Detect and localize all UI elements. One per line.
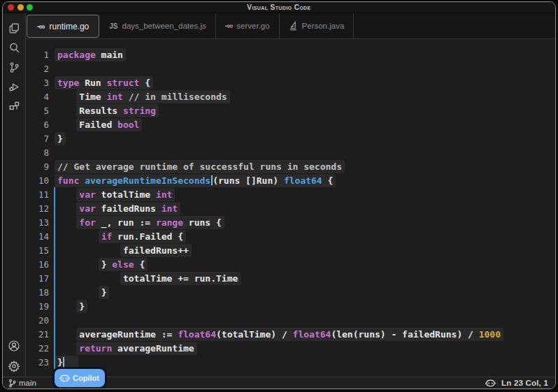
title-bar: Visual Studio Code bbox=[3, 2, 555, 13]
copilot-button-label: Copilot bbox=[73, 374, 99, 382]
line-content: } bbox=[54, 357, 78, 368]
code-line-2[interactable]: 2 bbox=[26, 61, 555, 75]
code-editor[interactable]: 1package main23type Run struct {4 Time i… bbox=[26, 39, 555, 377]
line-number: 18 bbox=[26, 287, 54, 298]
line-number: 7 bbox=[26, 133, 54, 144]
line-content: } bbox=[54, 133, 66, 144]
code-line-15[interactable]: 15 failedRuns++ bbox=[26, 243, 555, 257]
code-line-4[interactable]: 4 Time int // in milliseconds bbox=[26, 89, 555, 103]
line-content: Time int // in milliseconds bbox=[54, 92, 230, 102]
indent-guide bbox=[54, 187, 55, 369]
line-number: 20 bbox=[26, 315, 54, 326]
line-content: for _, run := range runs { bbox=[54, 217, 224, 228]
line-number: 1 bbox=[26, 50, 54, 60]
tab-bar: -∞ runtime.go JS days_between_dates.js -… bbox=[26, 13, 555, 39]
line-number: 4 bbox=[26, 92, 54, 102]
code-line-14[interactable]: 14 if run.Failed { bbox=[26, 229, 555, 243]
copilot-button[interactable]: Copilot bbox=[55, 369, 105, 387]
git-branch-icon bbox=[8, 379, 16, 388]
activity-bar-top bbox=[8, 13, 20, 112]
code-line-16[interactable]: 16 } else { bbox=[26, 257, 555, 271]
settings-gear-icon[interactable] bbox=[8, 360, 20, 372]
code-line-19[interactable]: 19 } bbox=[26, 299, 555, 313]
js-file-icon: JS bbox=[109, 22, 117, 30]
vscode-window: Visual Studio Code bbox=[2, 1, 556, 389]
source-control-icon[interactable] bbox=[8, 61, 20, 73]
run-debug-icon[interactable] bbox=[8, 80, 20, 93]
code-line-6[interactable]: 6 Failed bool bbox=[26, 117, 555, 131]
status-bar-left: main bbox=[8, 379, 36, 388]
code-line-10[interactable]: 10func averageRuntimeInSeconds(runs []Ru… bbox=[26, 173, 555, 187]
go-file-icon: -∞ bbox=[225, 21, 233, 31]
line-content: totalTime += run.Time bbox=[54, 273, 241, 284]
code-line-21[interactable]: 21 averageRuntime := float64(totalTime) … bbox=[26, 327, 555, 341]
code-line-12[interactable]: 12 var failedRuns int bbox=[26, 201, 555, 215]
tab-label: Person.java bbox=[302, 22, 345, 30]
line-number: 14 bbox=[26, 231, 54, 242]
branch-name: main bbox=[19, 379, 36, 387]
editor-column: -∞ runtime.go JS days_between_dates.js -… bbox=[26, 13, 555, 377]
code-line-18[interactable]: 18 } bbox=[26, 285, 555, 299]
tab-days-between-dates-js[interactable]: JS days_between_dates.js bbox=[100, 13, 215, 38]
window-title: Visual Studio Code bbox=[3, 3, 555, 11]
line-number: 3 bbox=[26, 78, 54, 88]
line-number: 23 bbox=[26, 357, 54, 368]
line-content: var totalTime int bbox=[54, 189, 175, 200]
line-number: 12 bbox=[26, 203, 54, 214]
tab-runtime-go[interactable]: -∞ runtime.go bbox=[27, 15, 99, 38]
java-file-icon bbox=[289, 21, 298, 31]
tab-label: days_between_dates.js bbox=[122, 22, 206, 30]
line-number: 15 bbox=[26, 245, 54, 256]
line-content: var failedRuns int bbox=[54, 203, 180, 214]
code-line-11[interactable]: 11 var totalTime int bbox=[26, 187, 555, 201]
line-content: // Get average runtime of successful run… bbox=[54, 161, 345, 172]
line-number: 8 bbox=[26, 147, 54, 158]
code-line-20[interactable]: 20 bbox=[26, 313, 555, 327]
line-number: 17 bbox=[26, 273, 54, 284]
code-area: 1package main23type Run struct {4 Time i… bbox=[26, 48, 555, 369]
tab-server-go[interactable]: -∞ server.go bbox=[216, 13, 280, 38]
code-line-9[interactable]: 9// Get average runtime of successful ru… bbox=[26, 159, 555, 173]
line-content: func averageRuntimeInSeconds(runs []Run)… bbox=[54, 175, 336, 186]
tab-person-java[interactable]: Person.java bbox=[280, 13, 355, 38]
line-content: Failed bool bbox=[54, 119, 142, 130]
status-bar-right: Ln 23 Col, 1 bbox=[485, 379, 548, 388]
explorer-icon[interactable] bbox=[8, 22, 20, 34]
line-number: 6 bbox=[26, 119, 54, 130]
line-content: failedRuns++ bbox=[54, 245, 192, 256]
line-content: } bbox=[54, 287, 109, 298]
line-number: 21 bbox=[26, 329, 54, 340]
line-number: 11 bbox=[26, 189, 54, 200]
line-content: type Run struct { bbox=[54, 78, 153, 88]
code-line-22[interactable]: 22 return averageRuntime bbox=[26, 341, 555, 355]
go-file-icon: -∞ bbox=[37, 22, 45, 31]
search-icon[interactable] bbox=[8, 41, 20, 54]
account-icon[interactable] bbox=[8, 340, 20, 352]
line-content: package main bbox=[54, 50, 126, 60]
activity-bar-bottom bbox=[8, 340, 20, 372]
extensions-icon[interactable] bbox=[8, 100, 20, 112]
code-line-5[interactable]: 5 Results string bbox=[26, 103, 555, 117]
line-content: Results string bbox=[54, 106, 159, 116]
code-line-17[interactable]: 17 totalTime += run.Time bbox=[26, 271, 555, 285]
git-branch-item[interactable]: main bbox=[8, 379, 36, 388]
code-line-1[interactable]: 1package main bbox=[26, 48, 555, 61]
main-row: -∞ runtime.go JS days_between_dates.js -… bbox=[3, 13, 555, 377]
line-number: 2 bbox=[26, 64, 54, 74]
line-number: 16 bbox=[26, 259, 54, 270]
code-line-3[interactable]: 3type Run struct { bbox=[26, 75, 555, 89]
code-line-7[interactable]: 7} bbox=[26, 131, 555, 145]
code-line-8[interactable]: 8 bbox=[26, 145, 555, 159]
line-number: 9 bbox=[26, 161, 54, 172]
code-line-13[interactable]: 13 for _, run := range runs { bbox=[26, 215, 555, 229]
cursor-position[interactable]: Ln 23 Col, 1 bbox=[501, 379, 548, 387]
tab-label: runtime.go bbox=[50, 22, 90, 31]
copilot-icon[interactable] bbox=[485, 379, 496, 388]
code-line-23[interactable]: 23} bbox=[26, 355, 555, 369]
line-number: 5 bbox=[26, 106, 54, 116]
line-number: 22 bbox=[26, 343, 54, 354]
line-number: 10 bbox=[26, 175, 54, 186]
line-content: averageRuntime := float64(totalTime) / f… bbox=[54, 329, 503, 340]
line-number: 19 bbox=[26, 301, 54, 312]
line-content: if run.Failed { bbox=[54, 231, 186, 242]
